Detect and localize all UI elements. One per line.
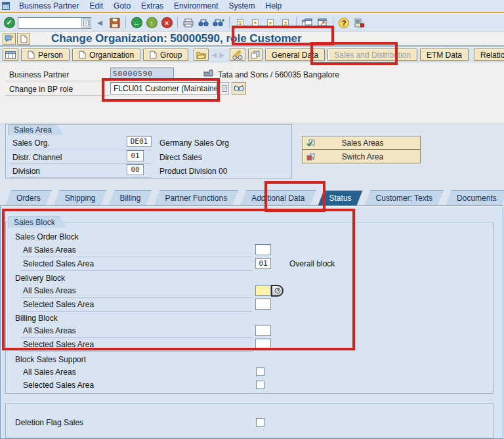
open-bp-icon[interactable] (194, 49, 209, 61)
title-bar: Change Organization: 50000590, role Cust… (0, 32, 504, 47)
print-icon[interactable] (182, 16, 195, 30)
general-data-button[interactable]: General Data (265, 49, 325, 61)
toolbar-separator (125, 17, 126, 28)
sales-areas-button[interactable]: Sales Areas (302, 136, 421, 150)
distr-channel-field[interactable]: 01 (127, 150, 144, 161)
previous-page-icon[interactable] (249, 16, 262, 30)
group-button[interactable]: Group (143, 49, 188, 61)
overview-button[interactable] (3, 49, 18, 61)
bp-role-combobox[interactable]: FLCU01 Customer (Maintained) (110, 82, 217, 94)
bb-selected-sales-area-label: Selected Sales Area (23, 340, 94, 349)
menu-environment[interactable]: Environment (169, 0, 223, 12)
sap-window: Business Partner Edit Goto Extras Enviro… (0, 0, 504, 439)
sob-all-sales-areas-field[interactable] (255, 244, 271, 255)
switch-area-icon (303, 153, 318, 161)
db-all-sales-areas-field[interactable] (255, 285, 271, 296)
matchcode-dropdown-icon[interactable] (271, 285, 284, 297)
command-history-icon[interactable] (81, 18, 90, 28)
tab-billing[interactable]: Billing (108, 190, 152, 205)
field-underline (5, 81, 109, 81)
field-underline (20, 337, 253, 338)
delivery-block-title: Delivery Block (15, 274, 65, 283)
deletion-flag-sales-label: Deletion Flag Sales (15, 418, 83, 427)
person-button[interactable]: Person (21, 49, 70, 61)
application-toolbar: Person Organization Group ◀ ▶ General Da… (0, 48, 504, 62)
bss-selected-sales-area-label: Selected Sales Area (23, 381, 94, 390)
db-all-sales-areas-label: All Sales Areas (23, 286, 76, 295)
menu-help[interactable]: Help (261, 0, 287, 12)
next-page-icon[interactable] (264, 16, 277, 30)
find-next-icon[interactable] (212, 16, 225, 30)
display-role-glasses-icon[interactable] (232, 82, 246, 94)
field-underline (10, 177, 152, 178)
tab-orders[interactable]: Orders (5, 190, 52, 205)
display-change-icon[interactable] (230, 49, 245, 61)
sales-org-field[interactable]: DE01 (127, 136, 152, 147)
tab-shipping[interactable]: Shipping (54, 190, 107, 205)
field-underline (20, 351, 253, 352)
cancel-icon[interactable]: × (160, 16, 173, 30)
find-icon[interactable] (197, 16, 210, 30)
sales-org-desc: Germany Sales Org (159, 138, 229, 148)
save-icon[interactable] (108, 16, 121, 30)
header-area: Business Partner 50000590 Tata and Sons … (0, 63, 504, 122)
collapse-command-icon[interactable]: ◀ (93, 16, 106, 30)
customize-layout-icon[interactable] (352, 16, 366, 30)
bss-all-sales-areas-label: All Sales Areas (23, 367, 76, 377)
back-icon[interactable]: ← (130, 16, 143, 30)
check-icon[interactable] (248, 49, 262, 61)
command-input[interactable] (18, 17, 91, 29)
bp-role-dropdown-icon[interactable] (219, 82, 229, 94)
sob-selected-sales-area-field[interactable]: 01 (255, 258, 271, 269)
tab-status[interactable]: Status (318, 190, 363, 205)
business-partner-info: Tata and Sons / 560035 Bangalore (218, 70, 339, 79)
tab-customer-texts[interactable]: Customer: Texts (365, 190, 444, 205)
bss-selected-sales-area-checkbox[interactable] (256, 381, 264, 389)
tab-documents[interactable]: Documents (446, 190, 504, 205)
db-selected-sales-area-label: Selected Sales Area (23, 300, 94, 309)
field-underline (20, 270, 253, 271)
bb-selected-sales-area-field[interactable] (255, 339, 271, 350)
create-shortcut-icon[interactable] (316, 16, 329, 30)
sales-block-group-title: Sales Block (9, 217, 67, 228)
relationships-button[interactable]: Relationships (474, 49, 504, 61)
organization-button[interactable]: Organization (72, 49, 140, 61)
sales-order-block-title: Sales Order Block (15, 232, 79, 241)
enter-icon[interactable]: ✓ (3, 16, 16, 30)
business-partner-field[interactable]: 50000590 (110, 68, 174, 79)
menu-system[interactable]: System (223, 0, 260, 12)
help-icon[interactable]: ? (337, 16, 350, 30)
deletion-flag-sales-checkbox[interactable] (256, 418, 264, 427)
object-services-icon[interactable] (3, 33, 16, 45)
menu-extras[interactable]: Extras (136, 0, 169, 12)
distr-channel-desc: Direct Sales (159, 153, 202, 162)
first-page-icon[interactable] (234, 16, 247, 30)
menu-business-partner[interactable]: Business Partner (14, 0, 84, 12)
field-underline (20, 257, 253, 257)
sales-tabstrip: Orders Shipping Billing Partner Function… (0, 190, 504, 205)
sob-all-sales-areas-label: All Sales Areas (23, 245, 76, 255)
sales-block-groupbox: Sales Block Sales Order Block All Sales … (5, 222, 494, 394)
new-session-icon[interactable] (301, 16, 314, 30)
sob-selected-sales-area-label: Selected Sales Area (23, 259, 94, 268)
switch-area-button[interactable]: Switch Area (302, 150, 421, 163)
bb-all-sales-areas-field[interactable] (255, 325, 271, 336)
field-underline (20, 297, 253, 298)
exit-icon[interactable]: ↑ (145, 16, 158, 30)
etm-data-button[interactable]: ETM Data (420, 49, 469, 61)
menu-goto[interactable]: Goto (108, 0, 136, 12)
tab-partner-functions[interactable]: Partner Functions (154, 190, 238, 205)
last-page-icon[interactable] (279, 16, 292, 30)
tab-additional-data[interactable]: Additional Data (240, 190, 316, 205)
bb-all-sales-areas-label: All Sales Areas (23, 326, 76, 335)
bss-all-sales-areas-checkbox[interactable] (256, 367, 264, 376)
document-icon[interactable] (17, 33, 30, 45)
field-underline (5, 95, 109, 96)
menu-bar: Business Partner Edit Goto Extras Enviro… (0, 0, 504, 13)
sales-and-distribution-button[interactable]: Sales and Distribution (327, 49, 417, 61)
document-icon (150, 51, 157, 59)
menu-edit[interactable]: Edit (84, 0, 108, 12)
db-selected-sales-area-field[interactable] (255, 299, 271, 310)
division-field[interactable]: 00 (127, 164, 144, 175)
field-underline (20, 311, 253, 312)
